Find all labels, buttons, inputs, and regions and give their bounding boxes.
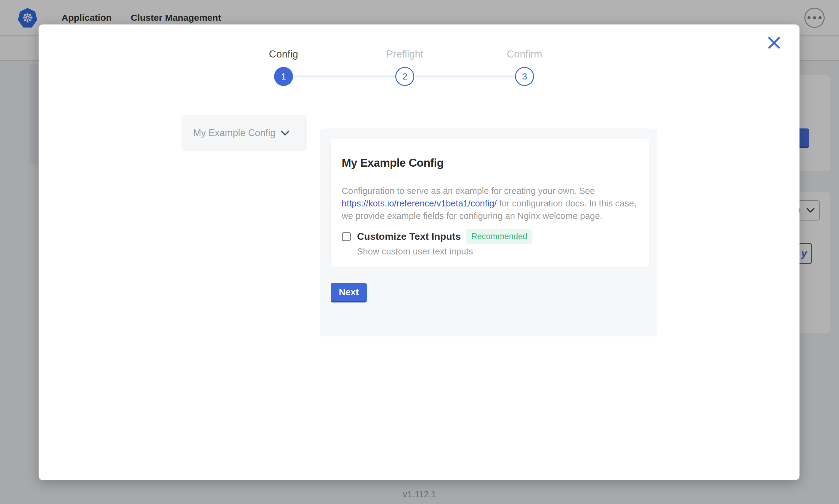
step-circle-2[interactable]: 2 — [395, 67, 414, 86]
config-group-dropdown-value: My Example Config — [193, 128, 276, 139]
config-wizard-modal: Config Preflight Confirm 1 2 3 My Exampl… — [38, 24, 800, 480]
description-line: we provide example fields for configurin… — [342, 210, 636, 222]
next-button[interactable]: Next — [331, 283, 367, 303]
customize-text-inputs-row: Customize Text Inputs Recommended — [342, 229, 532, 244]
kots-admin-console: ☸ Application Cluster Management 0 y v1.… — [0, 0, 839, 504]
description-line: https://kots.io/reference/v1beta1/config… — [342, 197, 636, 210]
config-group-dropdown[interactable]: My Example Config — [182, 115, 307, 151]
config-group-description: Configuration to serve as an example for… — [342, 185, 636, 222]
step-circle-3[interactable]: 3 — [515, 67, 534, 86]
description-line: Configuration to serve as an example for… — [342, 185, 636, 197]
checkbox-help-text: Show custom user text inputs — [357, 247, 473, 257]
close-modal-button[interactable] — [767, 35, 782, 50]
step-connector — [294, 75, 395, 77]
config-group-title: My Example Config — [342, 157, 444, 169]
step-connector — [415, 75, 515, 77]
customize-text-inputs-checkbox[interactable] — [342, 232, 351, 241]
config-group-card: My Example Config Configuration to serve… — [331, 139, 649, 267]
recommended-badge: Recommended — [466, 229, 532, 244]
step-label-confirm: Confirm — [476, 48, 573, 60]
chevron-down-icon — [280, 130, 290, 136]
step-label-preflight: Preflight — [356, 48, 454, 60]
description-line-rest: for configuration docs. In this case, — [497, 198, 636, 208]
step-circle-1[interactable]: 1 — [274, 67, 293, 86]
customize-text-inputs-label[interactable]: Customize Text Inputs — [357, 231, 461, 242]
close-icon — [767, 36, 781, 50]
config-docs-link[interactable]: https://kots.io/reference/v1beta1/config… — [342, 198, 497, 208]
config-panel: My Example Config Configuration to serve… — [320, 128, 657, 337]
step-label-config: Config — [235, 48, 332, 60]
